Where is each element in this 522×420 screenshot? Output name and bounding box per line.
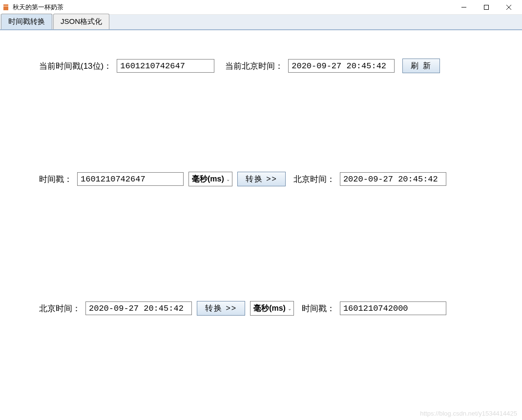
beijing-input-label: 北京时间： bbox=[39, 303, 81, 314]
beijing-output-label: 北京时间： bbox=[293, 174, 335, 185]
refresh-button[interactable]: 刷 新 bbox=[402, 59, 439, 73]
window-title: 秋天的第一杯奶茶 bbox=[13, 3, 453, 12]
current-beijing-field[interactable] bbox=[288, 59, 395, 73]
current-timestamp-field[interactable] bbox=[117, 59, 214, 73]
beijing-input-field[interactable] bbox=[85, 301, 192, 315]
date-to-timestamp-row: 北京时间： 转换 >> 毫秒(ms) ⌄ 时间戳： bbox=[39, 301, 446, 316]
chevron-down-icon: ⌄ bbox=[226, 177, 230, 182]
svg-rect-1 bbox=[3, 6, 8, 10]
current-time-row: 当前时间戳(13位)： 当前北京时间： 刷 新 bbox=[39, 59, 440, 73]
unit-select-2[interactable]: 毫秒(ms) ⌄ bbox=[250, 301, 294, 316]
tab-timestamp[interactable]: 时间戳转换 bbox=[1, 14, 52, 29]
watermark: https://blog.csdn.net/y1534414425 bbox=[420, 410, 517, 417]
minimize-button[interactable] bbox=[453, 0, 475, 15]
titlebar: 秋天的第一杯奶茶 bbox=[0, 0, 522, 15]
tab-json[interactable]: JSON格式化 bbox=[53, 14, 109, 29]
unit-select-2-value: 毫秒(ms) bbox=[253, 303, 286, 314]
timestamp-output-label: 时间戳： bbox=[302, 303, 335, 314]
svg-rect-0 bbox=[3, 4, 8, 6]
unit-select-1[interactable]: 毫秒(ms) ⌄ bbox=[188, 172, 232, 186]
timestamp-input[interactable] bbox=[77, 172, 184, 186]
convert-to-timestamp-button[interactable]: 转换 >> bbox=[197, 301, 245, 316]
app-icon bbox=[2, 3, 10, 11]
convert-to-date-button[interactable]: 转换 >> bbox=[237, 172, 286, 186]
svg-rect-3 bbox=[484, 5, 489, 9]
timestamp-input-label: 时间戳： bbox=[39, 174, 72, 185]
beijing-output-field[interactable] bbox=[340, 172, 446, 186]
close-button[interactable] bbox=[498, 0, 520, 15]
maximize-button[interactable] bbox=[475, 0, 498, 15]
tabbar: 时间戳转换 JSON格式化 bbox=[0, 15, 522, 30]
chevron-down-icon: ⌄ bbox=[288, 306, 292, 311]
current-timestamp-label: 当前时间戳(13位)： bbox=[39, 60, 112, 72]
timestamp-to-date-row: 时间戳： 毫秒(ms) ⌄ 转换 >> 北京时间： bbox=[39, 172, 446, 186]
content-area: 当前时间戳(13位)： 当前北京时间： 刷 新 时间戳： 毫秒(ms) ⌄ 转换… bbox=[0, 30, 522, 420]
unit-select-1-value: 毫秒(ms) bbox=[192, 174, 224, 184]
window-controls bbox=[453, 0, 520, 15]
current-beijing-label: 当前北京时间： bbox=[225, 60, 283, 72]
timestamp-output-field[interactable] bbox=[340, 301, 446, 315]
